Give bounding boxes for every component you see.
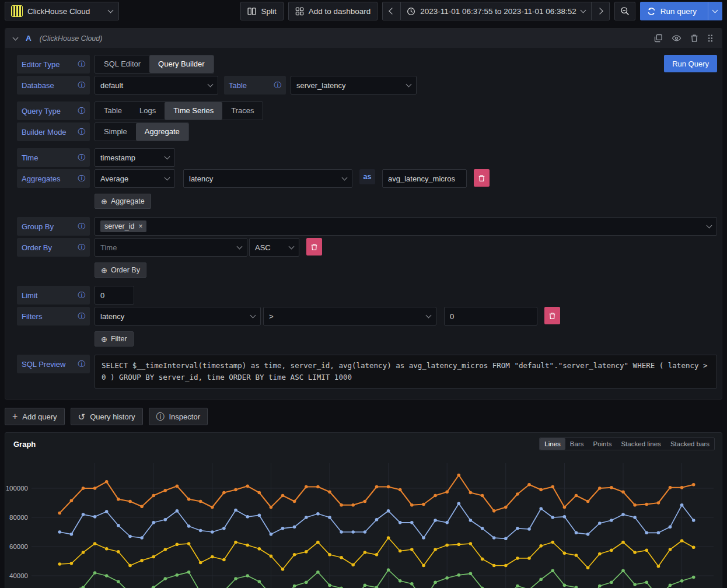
info-icon[interactable]: ⓘ (78, 127, 86, 137)
time-column-select[interactable]: timestamp (95, 148, 175, 167)
filter-value-input[interactable] (450, 312, 532, 321)
info-icon[interactable]: ⓘ (78, 290, 86, 300)
graph-style-bars[interactable]: Bars (565, 438, 589, 450)
add-order-by-button[interactable]: ⊕Order By (95, 262, 146, 278)
time-shift-back-button[interactable] (383, 2, 400, 20)
limit-label: Limitⓘ (17, 286, 90, 304)
info-icon[interactable]: ⓘ (78, 80, 86, 90)
time-series-chart[interactable]: 2000040000600008000010000006:38:0006:38:… (6, 456, 718, 588)
add-aggregate-button[interactable]: ⊕Aggregate (95, 194, 151, 209)
time-shift-forward-button[interactable] (591, 2, 609, 20)
builder-mode-simple[interactable]: Simple (95, 123, 136, 141)
graph-title: Graph (13, 440, 36, 449)
query-history-button[interactable]: ↺Query history (71, 408, 143, 425)
hide-response-eye-icon[interactable] (672, 34, 681, 43)
time-picker: 2023-11-01 06:37:55 to 2023-11-01 06:38:… (382, 2, 609, 20)
table-select[interactable]: server_latency (291, 76, 417, 94)
plus-circle-icon: ⊕ (101, 335, 107, 344)
chevron-down-icon (165, 154, 170, 160)
chart-area: 2000040000600008000010000006:38:0006:38:… (5, 455, 722, 588)
editor-type-sql-editor[interactable]: SQL Editor (95, 55, 149, 73)
chevron-down-icon (289, 244, 295, 250)
database-select[interactable]: default (95, 76, 218, 94)
remove-filter-button[interactable] (544, 307, 560, 324)
info-icon[interactable]: ⓘ (78, 222, 86, 232)
filter-operator-select[interactable]: > (263, 307, 436, 326)
add-filter-row: ⊕Filter (17, 328, 717, 348)
query-type-logs[interactable]: Logs (131, 102, 165, 120)
graph-style-stacked-lines[interactable]: Stacked lines (616, 438, 665, 450)
query-type-table[interactable]: Table (95, 102, 131, 120)
aggregate-alias-input[interactable] (388, 174, 461, 183)
svg-text:100000: 100000 (6, 485, 28, 492)
time-range-button[interactable]: 2023-11-01 06:37:55 to 2023-11-01 06:38:… (400, 2, 590, 20)
order-by-direction-select[interactable]: ASC (249, 238, 299, 257)
run-query-button[interactable]: Run query (641, 2, 703, 20)
chevron-down-icon (237, 244, 243, 250)
info-icon[interactable]: ⓘ (78, 60, 86, 69)
run-query-split-button: Run query (640, 2, 722, 20)
editor-run-query-button[interactable]: Run Query (664, 55, 717, 72)
svg-text:60000: 60000 (9, 543, 28, 550)
graph-style-stacked-bars[interactable]: Stacked bars (666, 438, 714, 450)
drag-handle-icon[interactable] (707, 34, 714, 43)
run-query-dropdown[interactable] (708, 2, 722, 20)
aggregate-column-select[interactable]: latency (183, 169, 352, 188)
filters-label: Filtersⓘ (17, 307, 90, 326)
remove-aggregate-button[interactable] (474, 169, 490, 187)
info-icon[interactable]: ⓘ (78, 106, 86, 116)
query-type-traces[interactable]: Traces (222, 102, 263, 120)
zoom-out-button[interactable] (614, 2, 635, 20)
plus-circle-icon: ⊕ (101, 197, 107, 206)
builder-mode-aggregate[interactable]: Aggregate (136, 123, 188, 141)
datasource-picker[interactable]: ClickHouse Cloud (5, 2, 119, 20)
time-row: Timeⓘ timestamp (17, 148, 717, 167)
query-header[interactable]: A (ClickHouse Cloud) (5, 29, 722, 48)
editor-type-toggle: SQL EditorQuery Builder (95, 55, 214, 74)
info-icon[interactable]: ⓘ (274, 80, 282, 90)
info-icon[interactable]: ⓘ (78, 243, 86, 253)
info-icon[interactable]: ⓘ (78, 153, 86, 163)
aggregate-function-select[interactable]: Average (95, 169, 175, 188)
angle-right-icon (596, 8, 603, 14)
graph-style-lines[interactable]: Lines (540, 438, 565, 450)
add-filter-button[interactable]: ⊕Filter (95, 331, 134, 346)
history-icon: ↺ (78, 412, 86, 421)
collapse-chevron-icon[interactable] (13, 34, 19, 40)
query-datasource-hint: (ClickHouse Cloud) (40, 34, 103, 43)
clock-icon (407, 7, 415, 16)
limit-row: Limitⓘ (17, 286, 717, 304)
editor-type-query-builder[interactable]: Query Builder (149, 55, 213, 73)
query-type-label: Query Typeⓘ (17, 102, 90, 120)
graph-style-points[interactable]: Points (589, 438, 617, 450)
split-button[interactable]: Split (240, 2, 283, 20)
info-icon[interactable]: ⓘ (78, 174, 86, 184)
chevron-down-icon (426, 313, 432, 318)
group-by-tag-server_id[interactable]: server_id× (100, 220, 146, 232)
duplicate-query-icon[interactable] (654, 34, 663, 43)
chevron-down-icon (342, 175, 348, 181)
filter-column-select[interactable]: latency (95, 307, 261, 326)
limit-input[interactable] (100, 291, 128, 300)
group-by-multiselect[interactable]: server_id× (95, 217, 717, 236)
explore-actions: +Add query ↺Query history ⓘInspector (5, 408, 722, 425)
info-icon[interactable]: ⓘ (78, 359, 86, 369)
sync-icon (647, 7, 656, 16)
order-by-field-select[interactable]: Time (95, 238, 247, 257)
graph-panel-header: Graph LinesBarsPointsStacked linesStacke… (5, 433, 722, 455)
query-type-time-series[interactable]: Time Series (165, 102, 222, 120)
editor-type-row: Editor Typeⓘ SQL EditorQuery Builder (17, 55, 717, 74)
chevron-down-icon (250, 313, 256, 318)
database-table-row: Databaseⓘ default Tableⓘ server_latency (17, 76, 717, 94)
inspector-button[interactable]: ⓘInspector (149, 408, 208, 425)
zoom-out-icon (620, 6, 630, 16)
remove-tag-icon[interactable]: × (138, 222, 142, 230)
info-icon[interactable]: ⓘ (78, 312, 86, 321)
remove-order-by-button[interactable] (306, 238, 322, 256)
explore-toolbar: ClickHouse Cloud Split Add to dashboard … (0, 0, 727, 22)
remove-query-trash-icon[interactable] (690, 34, 698, 43)
add-query-button[interactable]: +Add query (5, 408, 65, 425)
add-to-dashboard-button[interactable]: Add to dashboard (288, 2, 378, 20)
chevron-down-icon (165, 175, 170, 181)
chevron-down-icon (580, 8, 586, 13)
